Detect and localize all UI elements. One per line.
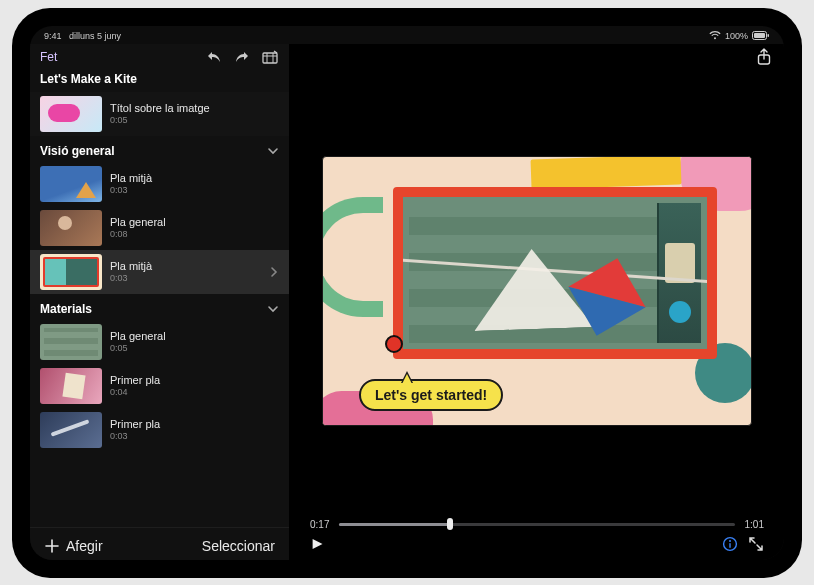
project-title: Let's Make a Kite <box>30 68 289 92</box>
clip-label: Pla general <box>110 216 166 228</box>
clip-label: Primer pla <box>110 374 160 386</box>
add-label: Afegir <box>66 538 103 554</box>
overlay-speech-bubble: Let's get started! <box>359 379 503 411</box>
share-icon[interactable] <box>756 48 772 66</box>
undo-icon[interactable] <box>205 48 223 66</box>
clip-row[interactable]: Pla general0:05 <box>30 320 289 364</box>
chevron-down-icon <box>267 303 279 315</box>
clip-row[interactable]: Pla mitjà0:03 <box>30 250 289 294</box>
ipad-frame: 9:41 dilluns 5 juny 100% Fet <box>12 8 802 578</box>
section-title: Visió general <box>40 144 114 158</box>
clip-list[interactable]: Visió generalPla mitjà0:03Pla general0:0… <box>30 136 289 527</box>
fullscreen-icon[interactable] <box>748 536 764 552</box>
clip-thumb <box>40 412 102 448</box>
chevron-right-icon <box>269 266 279 278</box>
status-time: 9:41 <box>44 31 62 41</box>
hero-thumb <box>40 96 102 132</box>
clip-duration: 0:08 <box>110 229 166 239</box>
clip-duration: 0:03 <box>110 185 152 195</box>
hero-clip-row[interactable]: Títol sobre la imatge 0:05 <box>30 92 289 136</box>
screen: 9:41 dilluns 5 juny 100% Fet <box>30 26 784 560</box>
transport: 0:17 1:01 <box>290 517 784 560</box>
clip-duration: 0:05 <box>110 343 166 353</box>
chevron-down-icon <box>267 145 279 157</box>
play-button[interactable] <box>309 537 324 551</box>
clip-thumb <box>40 368 102 404</box>
svg-rect-1 <box>754 33 765 38</box>
section-header[interactable]: Visió general <box>30 136 289 162</box>
status-battery: 100% <box>725 31 748 41</box>
done-button[interactable]: Fet <box>40 50 57 64</box>
time-total: 1:01 <box>745 519 764 530</box>
clip-row[interactable]: Primer pla0:04 <box>30 364 289 408</box>
clip-thumb <box>40 210 102 246</box>
sidebar-top: Fet <box>30 44 289 68</box>
clip-duration: 0:03 <box>110 273 152 283</box>
clip-label: Pla general <box>110 330 166 342</box>
clip-thumb <box>40 166 102 202</box>
add-button[interactable]: Afegir <box>44 538 103 554</box>
clip-duration: 0:03 <box>110 431 160 441</box>
clip-label: Pla mitjà <box>110 172 152 184</box>
canvas-wrap: Let's get started! <box>290 66 784 517</box>
viewer: Let's get started! 0:17 1:01 <box>290 44 784 560</box>
status-date: dilluns 5 juny <box>69 31 121 41</box>
svg-rect-3 <box>263 53 277 63</box>
decor-squiggle <box>322 197 383 317</box>
select-button[interactable]: Seleccionar <box>202 538 275 554</box>
section-title: Materials <box>40 302 92 316</box>
hero-clip-label: Títol sobre la imatge <box>110 102 210 114</box>
redo-icon[interactable] <box>233 48 251 66</box>
svg-point-6 <box>729 540 731 542</box>
svg-rect-2 <box>768 34 770 37</box>
time-current: 0:17 <box>310 519 329 530</box>
sidebar-footer: Afegir Seleccionar <box>30 527 289 560</box>
photo-frame <box>393 187 717 359</box>
clip-row[interactable]: Pla mitjà0:03 <box>30 162 289 206</box>
app: Fet Let's Make a Kite <box>30 44 784 560</box>
plus-icon <box>44 538 60 554</box>
battery-icon <box>752 31 770 40</box>
storyboard-icon[interactable] <box>261 48 279 66</box>
status-right: 100% <box>709 31 770 41</box>
wifi-icon <box>709 31 721 40</box>
preview-canvas[interactable]: Let's get started! <box>322 156 752 426</box>
decor-pin <box>385 335 403 353</box>
section-header[interactable]: Materials <box>30 294 289 320</box>
info-icon[interactable] <box>722 536 738 552</box>
clip-label: Pla mitjà <box>110 260 152 272</box>
hero-clip-duration: 0:05 <box>110 115 210 125</box>
decor-tape <box>531 156 682 190</box>
sidebar: Fet Let's Make a Kite <box>30 44 290 560</box>
clip-thumb <box>40 254 102 290</box>
clip-row[interactable]: Primer pla0:03 <box>30 408 289 452</box>
status-bar: 9:41 dilluns 5 juny 100% <box>30 26 784 44</box>
scrubber[interactable] <box>339 523 734 526</box>
svg-rect-7 <box>729 543 730 548</box>
clip-label: Primer pla <box>110 418 160 430</box>
status-left: 9:41 dilluns 5 juny <box>44 31 121 41</box>
clip-duration: 0:04 <box>110 387 160 397</box>
clip-row[interactable]: Pla general0:08 <box>30 206 289 250</box>
clip-thumb <box>40 324 102 360</box>
